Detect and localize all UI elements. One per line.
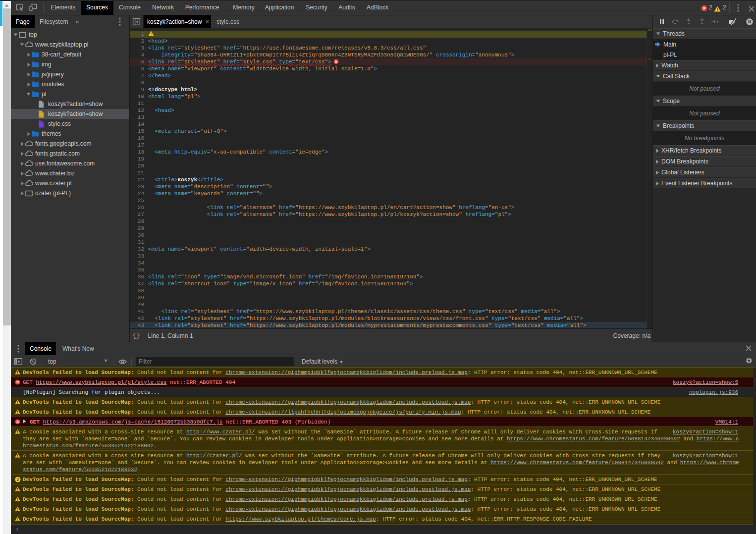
svg-text:2: 2: [16, 477, 19, 482]
